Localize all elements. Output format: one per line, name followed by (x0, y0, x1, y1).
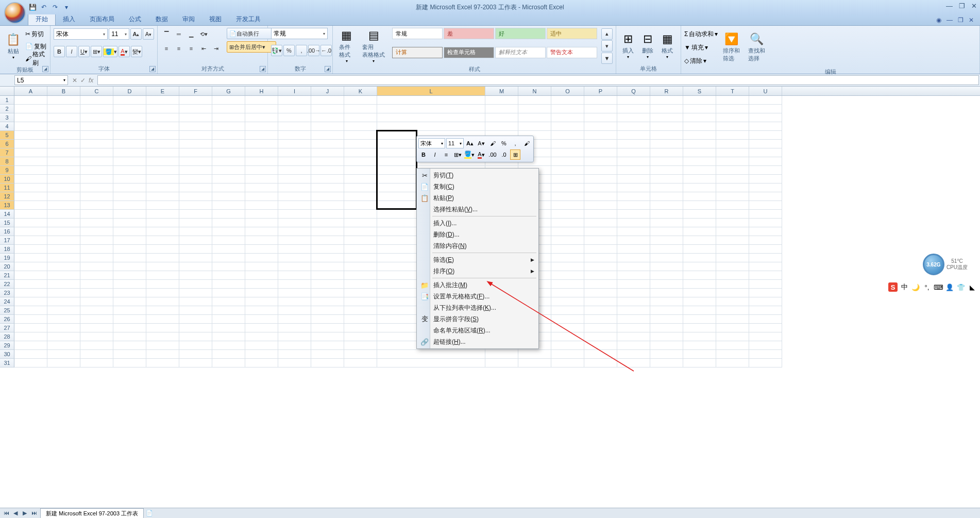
cell[interactable] (485, 122, 518, 131)
cell[interactable] (344, 245, 377, 254)
cell[interactable] (584, 113, 617, 122)
cell[interactable] (749, 236, 782, 245)
cell[interactable] (146, 96, 179, 105)
cell[interactable] (278, 254, 311, 262)
style-normal[interactable]: 常规 (392, 28, 443, 39)
cell[interactable] (683, 289, 716, 297)
cell[interactable] (212, 175, 245, 183)
fill-button[interactable]: 填充 (691, 43, 704, 52)
cell[interactable] (47, 324, 80, 332)
cell[interactable] (311, 148, 344, 157)
cell[interactable] (311, 262, 344, 271)
cell[interactable] (245, 332, 278, 341)
cell[interactable] (311, 105, 344, 113)
paste-button[interactable]: 📋 粘贴 ▾ (3, 28, 23, 65)
row-header-24[interactable]: 24 (0, 297, 14, 306)
cell[interactable] (146, 236, 179, 245)
cell[interactable] (113, 280, 146, 289)
col-header-R[interactable]: R (650, 87, 683, 95)
cell[interactable] (245, 245, 278, 254)
cell[interactable] (344, 183, 377, 192)
cell[interactable] (245, 280, 278, 289)
cell[interactable] (212, 166, 245, 175)
cell[interactable] (14, 359, 47, 367)
cell[interactable] (278, 297, 311, 306)
cell[interactable] (278, 280, 311, 289)
ctx-粘贴p[interactable]: 📋粘贴(P) (418, 192, 537, 204)
cell[interactable] (80, 271, 113, 280)
row-header-29[interactable]: 29 (0, 341, 14, 350)
cell[interactable] (311, 113, 344, 122)
cell[interactable] (212, 157, 245, 166)
cell[interactable] (278, 236, 311, 245)
cell[interactable] (716, 140, 749, 148)
cell[interactable] (683, 359, 716, 367)
row-header-27[interactable]: 27 (0, 324, 14, 332)
cell[interactable] (584, 315, 617, 324)
ctx-筛选e[interactable]: 筛选(E)▶ (418, 254, 537, 265)
cell[interactable] (716, 227, 749, 236)
cell[interactable] (749, 96, 782, 105)
cell[interactable] (245, 192, 278, 201)
clear-button[interactable]: 清除 (690, 57, 702, 65)
cell[interactable] (551, 324, 584, 332)
cell[interactable] (113, 192, 146, 201)
cell[interactable] (716, 192, 749, 201)
cell[interactable] (146, 175, 179, 183)
cell[interactable] (584, 105, 617, 113)
office-button[interactable] (4, 2, 26, 24)
cell[interactable] (212, 306, 245, 315)
cancel-formula-icon[interactable]: ✕ (72, 77, 77, 84)
cell[interactable] (311, 350, 344, 359)
cell[interactable] (551, 105, 584, 113)
cell[interactable] (311, 271, 344, 280)
cell[interactable] (344, 219, 377, 227)
cell[interactable] (518, 359, 551, 367)
cell[interactable] (749, 175, 782, 183)
cell[interactable] (650, 227, 683, 236)
cell[interactable] (551, 201, 584, 210)
styles-scroll-up[interactable]: ▴ (601, 28, 613, 40)
cell[interactable] (47, 297, 80, 306)
col-header-F[interactable]: F (179, 87, 212, 95)
minimize-button[interactable]: ― (946, 2, 953, 10)
cell[interactable] (749, 219, 782, 227)
col-header-Q[interactable]: Q (617, 87, 650, 95)
style-calc[interactable]: 计算 (392, 47, 443, 58)
cell[interactable] (584, 254, 617, 262)
cell[interactable] (80, 315, 113, 324)
cell[interactable] (278, 289, 311, 297)
cell[interactable] (146, 324, 179, 332)
style-check[interactable]: 检查单元格 (444, 47, 494, 58)
cell[interactable] (650, 192, 683, 201)
cell[interactable] (47, 289, 80, 297)
row-header-17[interactable]: 17 (0, 236, 14, 245)
ctx-复制c[interactable]: 📄复制(C) (418, 181, 537, 192)
percent-button[interactable]: % (283, 45, 295, 56)
ctx-设置单元格格式f[interactable]: 📑设置单元格格式(F)... (418, 291, 537, 302)
cell[interactable] (113, 262, 146, 271)
style-neutral[interactable]: 适中 (547, 28, 597, 39)
cell[interactable] (617, 166, 650, 175)
clipboard-dialog-launcher[interactable]: ◢ (42, 66, 48, 72)
cell[interactable] (716, 113, 749, 122)
cell[interactable] (80, 219, 113, 227)
cell[interactable] (80, 183, 113, 192)
col-header-U[interactable]: U (749, 87, 782, 95)
cell[interactable] (47, 122, 80, 131)
cell[interactable] (278, 359, 311, 367)
cell[interactable] (716, 175, 749, 183)
cell[interactable] (551, 236, 584, 245)
cell[interactable] (179, 157, 212, 166)
cell[interactable] (113, 359, 146, 367)
cell[interactable] (344, 341, 377, 350)
cell[interactable] (716, 271, 749, 280)
row-header-26[interactable]: 26 (0, 315, 14, 324)
cell[interactable] (551, 289, 584, 297)
row-header-16[interactable]: 16 (0, 227, 14, 236)
ime-icon[interactable]: 👤 (945, 282, 954, 292)
cell[interactable] (683, 148, 716, 157)
cell[interactable] (113, 140, 146, 148)
tab-视图[interactable]: 视图 (202, 13, 229, 25)
mini-grow-font[interactable]: A▴ (465, 138, 475, 148)
